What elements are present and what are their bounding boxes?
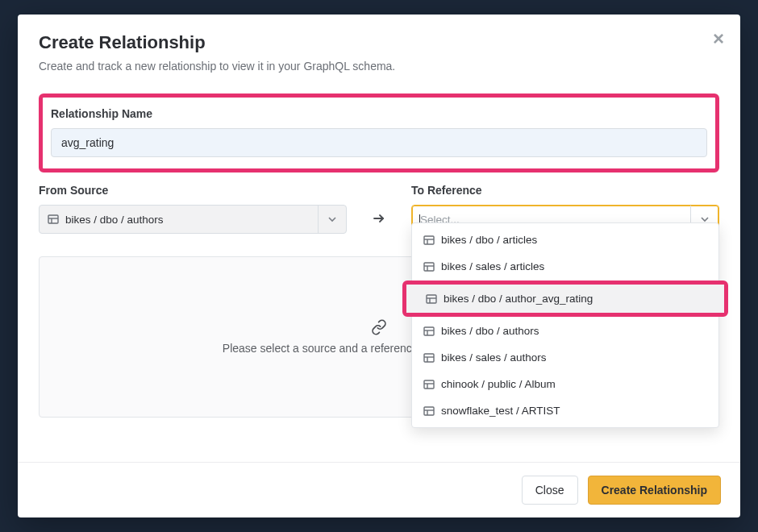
dropdown-option[interactable]: snowflake_test / ARTIST — [412, 397, 718, 424]
modal-footer: Close Create Relationship — [18, 462, 740, 517]
chevron-down-icon — [318, 206, 338, 233]
create-relationship-button[interactable]: Create Relationship — [588, 476, 721, 505]
svg-rect-4 — [424, 236, 434, 244]
svg-rect-13 — [424, 327, 434, 335]
relationship-name-input[interactable] — [51, 128, 707, 157]
svg-rect-0 — [48, 215, 58, 223]
close-icon[interactable]: × — [713, 29, 724, 48]
table-icon — [426, 293, 437, 305]
table-icon — [423, 352, 435, 364]
svg-rect-22 — [424, 407, 434, 415]
relationship-name-label: Relationship Name — [51, 107, 707, 120]
modal-header: Create Relationship Create and track a n… — [18, 15, 740, 85]
table-icon — [423, 261, 435, 272]
to-reference-dropdown: bikes / dbo / articlesbikes / sales / ar… — [411, 222, 719, 428]
from-source-label: From Source — [39, 184, 347, 197]
table-icon — [423, 379, 435, 390]
dropdown-option-label: chinook / public / Album — [441, 378, 556, 390]
modal-title: Create Relationship — [39, 32, 719, 53]
dropdown-option[interactable]: bikes / dbo / articles — [412, 227, 718, 253]
close-button[interactable]: Close — [522, 476, 578, 505]
dropdown-option-label: bikes / dbo / authors — [441, 325, 539, 337]
table-icon — [423, 235, 435, 246]
dropdown-option[interactable]: bikes / dbo / authors — [412, 318, 718, 344]
svg-rect-7 — [424, 263, 434, 271]
dropdown-option[interactable]: chinook / public / Album — [412, 371, 718, 397]
from-source-value: bikes / dbo / authors — [65, 214, 164, 226]
table-icon — [48, 214, 59, 225]
highlight-name-field: Relationship Name — [39, 94, 719, 172]
dropdown-option-label: bikes / dbo / author_avg_rating — [444, 293, 593, 305]
arrow-right-icon — [347, 184, 411, 226]
table-icon — [423, 326, 435, 337]
svg-rect-10 — [427, 295, 436, 303]
dropdown-option[interactable]: bikes / dbo / author_avg_rating — [406, 285, 724, 313]
dropdown-option[interactable]: bikes / sales / authors — [412, 344, 718, 371]
create-relationship-modal: Create Relationship Create and track a n… — [18, 15, 740, 517]
modal-subtitle: Create and track a new relationship to v… — [39, 60, 719, 73]
highlight-dropdown-option: bikes / dbo / author_avg_rating — [402, 281, 728, 317]
to-reference-label: To Reference — [411, 184, 719, 197]
dropdown-option-label: bikes / dbo / articles — [441, 234, 537, 246]
dropdown-option-label: snowflake_test / ARTIST — [441, 405, 560, 417]
svg-rect-19 — [424, 380, 434, 389]
from-source-select[interactable]: bikes / dbo / authors — [39, 205, 347, 234]
modal-body: Relationship Name From Source bikes / db… — [18, 85, 740, 462]
svg-rect-16 — [424, 354, 434, 362]
link-icon — [371, 319, 387, 335]
dropdown-option-label: bikes / sales / articles — [441, 260, 544, 272]
dropdown-option-label: bikes / sales / authors — [441, 351, 547, 364]
dropdown-option[interactable]: bikes / sales / articles — [412, 253, 718, 280]
table-icon — [423, 405, 435, 417]
